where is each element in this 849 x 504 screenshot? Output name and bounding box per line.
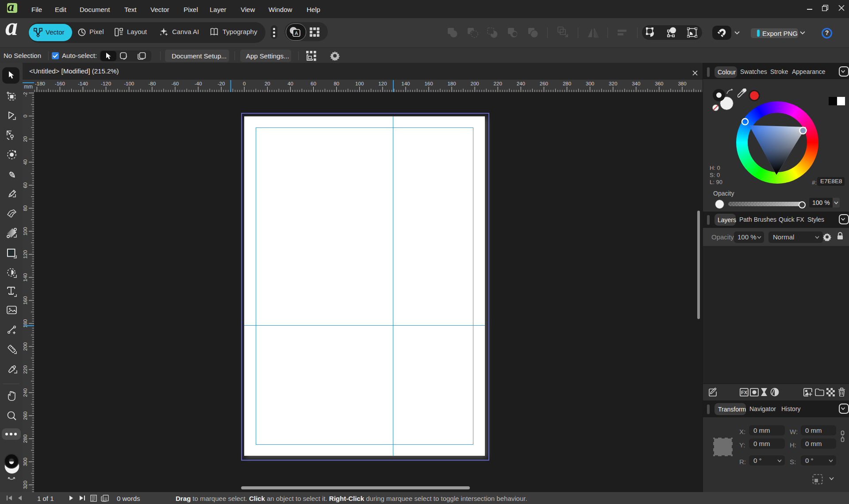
svg-text:-40: -40 [195, 81, 202, 86]
svg-text:220: 220 [494, 81, 502, 86]
svg-text:360: 360 [655, 81, 663, 86]
svg-text:-120: -120 [101, 81, 111, 86]
svg-text:40: 40 [288, 81, 293, 86]
svg-text:140: 140 [401, 81, 410, 86]
svg-text:340: 340 [632, 81, 640, 86]
svg-text:160: 160 [424, 81, 433, 86]
svg-text:20: 20 [23, 136, 28, 142]
svg-text:-160: -160 [55, 81, 65, 86]
svg-text:180: 180 [23, 319, 28, 327]
svg-text:160: 160 [23, 296, 28, 304]
svg-text:300: 300 [586, 81, 594, 86]
svg-text:FX: FX [741, 390, 748, 395]
svg-text:200: 200 [23, 342, 28, 351]
svg-text:60: 60 [23, 182, 28, 188]
svg-text:120: 120 [23, 250, 28, 258]
svg-text:100: 100 [23, 227, 28, 235]
svg-text:100: 100 [355, 81, 364, 86]
svg-text:-60: -60 [172, 81, 179, 86]
svg-text:120: 120 [378, 81, 387, 86]
svg-text:280: 280 [23, 435, 28, 443]
svg-text:-20: -20 [218, 81, 225, 86]
svg-text:240: 240 [517, 81, 525, 86]
svg-text:0: 0 [243, 81, 246, 86]
svg-text:260: 260 [540, 81, 548, 86]
svg-text:A: A [295, 31, 298, 36]
svg-text:320: 320 [609, 81, 617, 86]
svg-text:80: 80 [23, 205, 28, 211]
svg-text:20: 20 [265, 81, 270, 86]
svg-text:-140: -140 [78, 81, 88, 86]
svg-text:0: 0 [23, 115, 28, 117]
svg-text:-100: -100 [124, 81, 134, 86]
svg-text:260: 260 [23, 412, 28, 420]
svg-text:220: 220 [23, 365, 28, 374]
svg-text:180: 180 [447, 81, 456, 86]
svg-text:380: 380 [678, 81, 686, 86]
svg-text:-80: -80 [148, 81, 156, 86]
svg-text:80: 80 [334, 81, 339, 86]
svg-text:-180: -180 [35, 81, 45, 86]
svg-text:240: 240 [23, 389, 28, 397]
svg-text:280: 280 [563, 81, 571, 86]
svg-text:140: 140 [23, 273, 28, 281]
svg-text:40: 40 [23, 159, 28, 165]
svg-text:200: 200 [471, 81, 479, 86]
svg-text:60: 60 [311, 81, 316, 86]
svg-text:320: 320 [23, 481, 28, 489]
svg-text:300: 300 [23, 458, 28, 466]
